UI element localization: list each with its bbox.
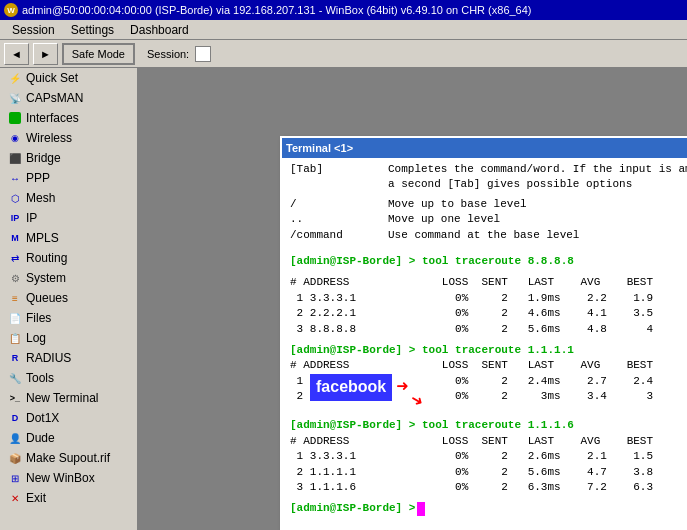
sidebar-item-tools[interactable]: 🔧 Tools: [0, 368, 137, 388]
trace3-row3: 3 1.1.1.6 0% 2 6.3ms 7.2 6.3: [290, 480, 687, 495]
exit-icon: ✕: [8, 491, 22, 505]
tools-icon: 🔧: [8, 371, 22, 385]
facebook-annotation: facebook: [310, 374, 392, 400]
sidebar-item-interfaces[interactable]: Interfaces: [0, 108, 137, 128]
help-cmd-4: ..: [290, 212, 380, 227]
sidebar-item-capsman[interactable]: 📡 CAPsMAN: [0, 88, 137, 108]
trace1-headers: # ADDRESS LOSS SENT LAST AVG BEST: [290, 275, 687, 290]
ppp-icon: ↔: [8, 171, 22, 185]
toolbar: ◄ ► Safe Mode Session:: [0, 40, 687, 68]
sidebar-item-mpls[interactable]: M MPLS: [0, 228, 137, 248]
title-text: admin@50:00:00:04:00:00 (ISP-Borde) via …: [22, 4, 532, 16]
sidebar: ⚡ Quick Set 📡 CAPsMAN Interfaces ◉ Wirel…: [0, 68, 138, 530]
quick-set-icon: ⚡: [8, 71, 22, 85]
help-desc-2: a second [Tab] gives possible options: [388, 177, 632, 192]
sidebar-label-capsman: CAPsMAN: [26, 91, 83, 105]
sidebar-label-routing: Routing: [26, 251, 67, 265]
menu-dashboard[interactable]: Dashboard: [122, 21, 197, 39]
trace3-prompt: [admin@ISP-Borde] > tool traceroute 1.1.…: [290, 419, 574, 431]
session-input[interactable]: [195, 46, 211, 62]
sidebar-label-system: System: [26, 271, 66, 285]
trace3-row2: 2 1.1.1.1 0% 2 5.6ms 4.7 3.8: [290, 465, 687, 480]
sidebar-label-new-winbox: New WinBox: [26, 471, 95, 485]
trace1-section: [admin@ISP-Borde] > tool traceroute 8.8.…: [290, 249, 687, 337]
trace2-headers: # ADDRESS LOSS SENT LAST AVG BEST: [290, 358, 687, 373]
sidebar-label-bridge: Bridge: [26, 151, 61, 165]
back-button[interactable]: ◄: [4, 43, 29, 65]
bridge-icon: ⬛: [8, 151, 22, 165]
sidebar-label-wireless: Wireless: [26, 131, 72, 145]
sidebar-item-ip[interactable]: IP IP: [0, 208, 137, 228]
wireless-icon: ◉: [8, 131, 22, 145]
sidebar-item-new-winbox[interactable]: ⊞ New WinBox: [0, 468, 137, 488]
forward-button[interactable]: ►: [33, 43, 58, 65]
cursor: [417, 502, 425, 516]
help-line-2: a second [Tab] gives possible options: [290, 177, 687, 192]
menu-session[interactable]: Session: [4, 21, 63, 39]
capsman-icon: 📡: [8, 91, 22, 105]
help-desc-1: Completes the command/word. If the input…: [388, 162, 687, 177]
radius-icon: R: [8, 351, 22, 365]
sidebar-label-exit: Exit: [26, 491, 46, 505]
sidebar-label-quick-set: Quick Set: [26, 71, 78, 85]
sidebar-label-radius: RADIUS: [26, 351, 71, 365]
sidebar-label-files: Files: [26, 311, 51, 325]
mesh-icon: ⬡: [8, 191, 22, 205]
menu-settings[interactable]: Settings: [63, 21, 122, 39]
sidebar-item-make-supout[interactable]: 📦 Make Supout.rif: [0, 448, 137, 468]
sidebar-item-new-terminal[interactable]: >_ New Terminal: [0, 388, 137, 408]
terminal-content[interactable]: [Tab] Completes the command/word. If the…: [282, 158, 687, 530]
sidebar-item-log[interactable]: 📋 Log: [0, 328, 137, 348]
sidebar-item-files[interactable]: 📄 Files: [0, 308, 137, 328]
help-cmd-1: [Tab]: [290, 162, 380, 177]
sidebar-label-dude: Dude: [26, 431, 55, 445]
new-winbox-icon: ⊞: [8, 471, 22, 485]
terminal-title-bar: Terminal <1> _ □ ✕: [282, 138, 687, 158]
sidebar-label-mpls: MPLS: [26, 231, 59, 245]
sidebar-item-quick-set[interactable]: ⚡ Quick Set: [0, 68, 137, 88]
trace1-row1: 1 3.3.3.1 0% 2 1.9ms 2.2 1.9: [290, 291, 687, 306]
help-desc-4: Move up one level: [388, 212, 500, 227]
sidebar-item-mesh[interactable]: ⬡ Mesh: [0, 188, 137, 208]
sidebar-item-queues[interactable]: ≡ Queues: [0, 288, 137, 308]
dot1x-icon: D: [8, 411, 22, 425]
help-cmd-5: /command: [290, 228, 380, 243]
trace1-header-row: [admin@ISP-Borde] > tool traceroute 8.8.…: [290, 249, 687, 275]
sidebar-label-interfaces: Interfaces: [26, 111, 79, 125]
trace1-prompt: [admin@ISP-Borde] > tool traceroute 8.8.…: [290, 254, 574, 269]
new-terminal-icon: >_: [8, 391, 22, 405]
help-cmd-3: /: [290, 197, 380, 212]
mpls-icon: M: [8, 231, 22, 245]
terminal-body: [Tab] Completes the command/word. If the…: [282, 158, 687, 530]
sidebar-label-ip: IP: [26, 211, 37, 225]
app-icon: W: [4, 3, 18, 17]
dude-icon: 👤: [8, 431, 22, 445]
sidebar-label-dot1x: Dot1X: [26, 411, 59, 425]
trace3-headers: # ADDRESS LOSS SENT LAST AVG BEST: [290, 434, 687, 449]
sidebar-item-ppp[interactable]: ↔ PPP: [0, 168, 137, 188]
sidebar-item-exit[interactable]: ✕ Exit: [0, 488, 137, 508]
sidebar-label-queues: Queues: [26, 291, 68, 305]
sidebar-label-ppp: PPP: [26, 171, 50, 185]
sidebar-item-system[interactable]: ⚙ System: [0, 268, 137, 288]
help-line-5: /command Use command at the base level: [290, 228, 687, 243]
sidebar-item-dude[interactable]: 👤 Dude: [0, 428, 137, 448]
make-supout-icon: 📦: [8, 451, 22, 465]
sidebar-item-routing[interactable]: ⇄ Routing: [0, 248, 137, 268]
sidebar-item-bridge[interactable]: ⬛ Bridge: [0, 148, 137, 168]
trace2-rows-container: 1 3.3.3.1 0% 2 2.4ms 2.7 2.4 2 1.1.1.1 0…: [290, 374, 687, 405]
sidebar-item-dot1x[interactable]: D Dot1X: [0, 408, 137, 428]
trace3-row1: 1 3.3.3.1 0% 2 2.6ms 2.1 1.5: [290, 449, 687, 464]
sidebar-item-radius[interactable]: R RADIUS: [0, 348, 137, 368]
final-prompt: [admin@ISP-Borde] >: [290, 501, 415, 516]
help-line-3: / Move up to base level: [290, 197, 687, 212]
sidebar-label-new-terminal: New Terminal: [26, 391, 98, 405]
help-line-4: .. Move up one level: [290, 212, 687, 227]
content-area: Terminal <1> _ □ ✕ [Tab] Completes the c…: [138, 68, 687, 530]
sidebar-item-wireless[interactable]: ◉ Wireless: [0, 128, 137, 148]
help-desc-5: Use command at the base level: [388, 228, 579, 243]
sidebar-label-tools: Tools: [26, 371, 54, 385]
title-bar: W admin@50:00:00:04:00:00 (ISP-Borde) vi…: [0, 0, 687, 20]
routing-icon: ⇄: [8, 251, 22, 265]
safe-mode-button[interactable]: Safe Mode: [62, 43, 135, 65]
